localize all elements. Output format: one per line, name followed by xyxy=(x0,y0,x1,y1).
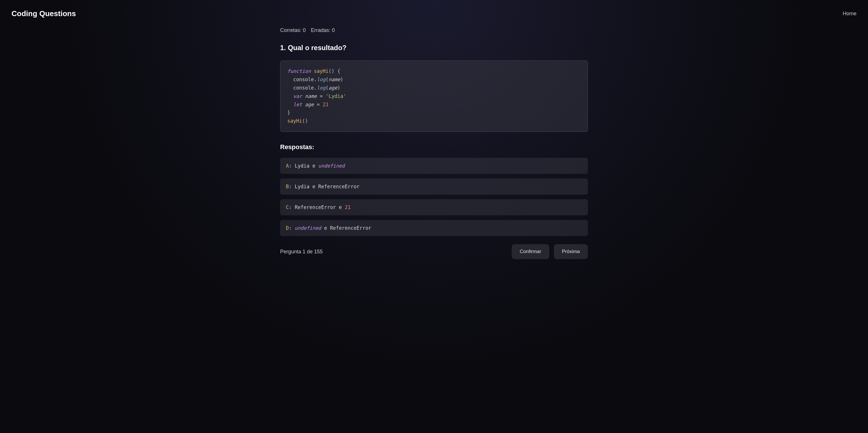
code-token: ( xyxy=(326,85,329,91)
code-token: sayHi xyxy=(314,68,329,74)
answer-colon: : xyxy=(289,184,294,190)
code-token: () { xyxy=(329,68,340,74)
answer-option-d[interactable]: D: undefined e ReferenceError xyxy=(280,220,588,236)
answer-text: e ReferenceError xyxy=(321,225,371,231)
code-token: } xyxy=(287,110,290,115)
code-token: () xyxy=(302,118,308,124)
answer-undefined: undefined xyxy=(295,225,321,231)
code-token: ( xyxy=(326,77,329,82)
code-token: ) xyxy=(340,77,343,82)
score-incorrect: Erradas: 0 xyxy=(311,27,335,33)
answer-number: 21 xyxy=(345,204,350,210)
brand-title: Coding Questions xyxy=(11,9,76,18)
answer-letter: D xyxy=(286,225,289,231)
code-token: age xyxy=(305,102,314,107)
code-token: 'Lydia' xyxy=(326,93,346,99)
code-token: console. xyxy=(293,85,317,91)
next-button[interactable]: Próxima xyxy=(554,244,588,259)
answer-undefined: undefined xyxy=(318,163,345,169)
code-token: sayHi xyxy=(287,118,302,124)
code-token: = xyxy=(317,102,319,107)
code-token: ) xyxy=(337,85,340,91)
answer-letter: A xyxy=(286,163,289,169)
score-correct-label: Corretas: xyxy=(280,27,302,33)
code-token: = xyxy=(320,93,323,99)
answer-colon: : xyxy=(289,225,294,231)
answer-letter: B xyxy=(286,184,289,190)
answer-colon: : xyxy=(289,163,294,169)
code-block: function sayHi() { console.log(name) con… xyxy=(280,60,588,132)
answer-text: ReferenceError e xyxy=(295,204,345,210)
code-token: age xyxy=(329,85,337,91)
score-correct: Corretas: 0 xyxy=(280,27,306,33)
code-token: function xyxy=(287,68,311,74)
score-incorrect-label: Erradas: xyxy=(311,27,331,33)
answer-text: Lydia e ReferenceError xyxy=(295,184,360,190)
code-token: var xyxy=(293,93,302,99)
answer-option-c[interactable]: C: ReferenceError e 21 xyxy=(280,199,588,215)
answer-letter: C xyxy=(286,204,289,210)
code-token: log xyxy=(317,77,326,82)
code-token: console. xyxy=(293,77,317,82)
answer-option-a[interactable]: A: Lydia e undefined xyxy=(280,158,588,174)
score-incorrect-value: 0 xyxy=(332,27,335,33)
code-token: name xyxy=(305,93,317,99)
score-correct-value: 0 xyxy=(303,27,306,33)
answer-colon: : xyxy=(289,204,294,210)
pagination-text: Pergunta 1 de 155 xyxy=(280,249,323,255)
confirm-button[interactable]: Confirmar xyxy=(512,244,549,259)
code-token: log xyxy=(317,85,326,91)
question-title: 1. Qual o resultado? xyxy=(280,44,588,52)
answer-option-b[interactable]: B: Lydia e ReferenceError xyxy=(280,178,588,195)
code-token: 21 xyxy=(323,102,329,107)
home-link[interactable]: Home xyxy=(843,11,857,17)
answer-text: Lydia e xyxy=(295,163,318,169)
score-row: Corretas: 0 Erradas: 0 xyxy=(280,27,588,33)
code-token: let xyxy=(293,102,302,107)
answers-heading: Respostas: xyxy=(280,143,588,151)
code-token: name xyxy=(329,77,340,82)
